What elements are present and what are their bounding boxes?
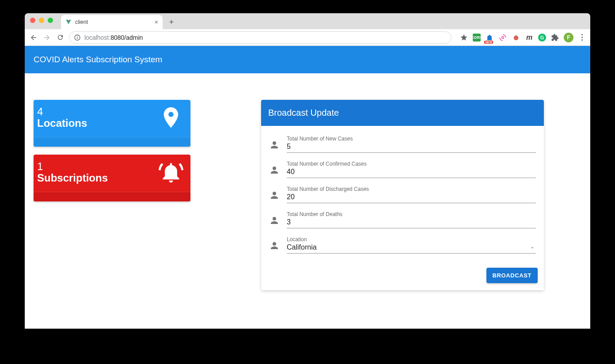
svg-point-3 bbox=[514, 35, 519, 40]
svg-rect-2 bbox=[77, 36, 77, 36]
locations-label: Locations bbox=[37, 117, 87, 129]
bell-alert-icon bbox=[159, 160, 183, 185]
subscriptions-card[interactable]: 1 Subscriptions bbox=[34, 155, 190, 201]
locations-card[interactable]: 4 Locations bbox=[34, 100, 190, 147]
form-title: Broadcast Update bbox=[261, 100, 544, 126]
stat-cards: 4 Locations 1 Subscriptions bbox=[34, 100, 190, 201]
confirmed-cases-input[interactable] bbox=[287, 168, 536, 176]
new-cases-input[interactable] bbox=[287, 143, 536, 151]
address-bar[interactable]: localhost:8080/admin bbox=[69, 31, 452, 44]
tab-close-button[interactable]: × bbox=[155, 19, 158, 25]
broadcast-button[interactable]: BROADCAST bbox=[486, 268, 538, 283]
extension-m-icon[interactable]: m bbox=[525, 33, 534, 42]
broadcast-form-card: Broadcast Update Total Number of New Cas… bbox=[261, 100, 544, 290]
person-icon bbox=[269, 240, 280, 251]
person-icon bbox=[269, 190, 280, 201]
field-label: Total Number of Discharged Cases bbox=[287, 186, 536, 192]
app-title: COVID Alerts Subscription System bbox=[34, 55, 162, 64]
extension-shopping-icon[interactable]: NEW bbox=[485, 33, 494, 42]
app-bar: COVID Alerts Subscription System bbox=[25, 46, 590, 73]
extension-tomato-icon[interactable] bbox=[512, 33, 520, 42]
deaths-input[interactable] bbox=[287, 218, 536, 226]
field-new-cases: Total Number of New Cases bbox=[269, 131, 536, 156]
field-label: Total Number of Deaths bbox=[287, 211, 536, 217]
field-deaths: Total Number of Deaths bbox=[269, 207, 536, 232]
field-location: Location California bbox=[269, 232, 536, 257]
page-content: 4 Locations 1 Subscriptions bbox=[25, 73, 590, 299]
field-label: Total Number of New Cases bbox=[287, 136, 536, 142]
extension-cors-icon[interactable]: CORS bbox=[473, 34, 481, 42]
window-controls bbox=[30, 18, 53, 23]
subscriptions-label: Subscriptions bbox=[37, 172, 108, 184]
subscriptions-count: 1 bbox=[37, 160, 108, 173]
field-label: Location bbox=[287, 236, 536, 243]
browser-menu-button[interactable] bbox=[578, 34, 586, 41]
extension-grammarly-icon[interactable]: G bbox=[538, 34, 546, 42]
vue-icon bbox=[65, 19, 72, 25]
field-confirmed-cases: Total Number of Confirmed Cases bbox=[269, 156, 536, 182]
profile-avatar[interactable]: F bbox=[564, 33, 573, 42]
bookmark-star-icon[interactable] bbox=[459, 33, 468, 42]
site-info-icon[interactable] bbox=[74, 34, 81, 41]
page-viewport: COVID Alerts Subscription System 4 Locat… bbox=[25, 46, 590, 329]
extension-swirl-icon[interactable] bbox=[498, 33, 507, 42]
discharged-cases-input[interactable] bbox=[287, 193, 536, 201]
back-button[interactable] bbox=[29, 33, 38, 42]
window-titlebar: client × + bbox=[25, 13, 590, 29]
browser-toolbar: localhost:8080/admin CORS NEW m G F bbox=[25, 29, 590, 46]
field-label: Total Number of Confirmed Cases bbox=[287, 161, 536, 167]
extensions-menu-icon[interactable] bbox=[550, 33, 559, 42]
location-pin-icon bbox=[159, 105, 183, 130]
forward-button bbox=[42, 33, 51, 42]
location-value: California bbox=[287, 243, 536, 251]
person-icon bbox=[269, 165, 280, 175]
new-tab-button[interactable]: + bbox=[165, 16, 178, 28]
field-discharged-cases: Total Number of Discharged Cases bbox=[269, 182, 536, 207]
location-select[interactable]: Location California bbox=[287, 236, 536, 254]
window-zoom-button[interactable] bbox=[48, 18, 53, 23]
card-footer bbox=[34, 137, 190, 147]
browser-window: client × + localhost:8080/admin CORS NEW bbox=[25, 13, 590, 329]
window-minimize-button[interactable] bbox=[39, 18, 44, 23]
person-icon bbox=[269, 140, 280, 150]
person-icon bbox=[269, 215, 280, 226]
reload-button[interactable] bbox=[56, 33, 65, 42]
url-text: localhost:8080/admin bbox=[84, 34, 143, 41]
window-close-button[interactable] bbox=[30, 18, 35, 23]
browser-tab[interactable]: client × bbox=[61, 15, 163, 29]
tab-title: client bbox=[75, 19, 151, 25]
toolbar-actions: CORS NEW m G F bbox=[459, 33, 586, 42]
card-footer bbox=[34, 192, 190, 201]
svg-rect-1 bbox=[77, 37, 77, 38]
locations-count: 4 bbox=[37, 106, 87, 118]
